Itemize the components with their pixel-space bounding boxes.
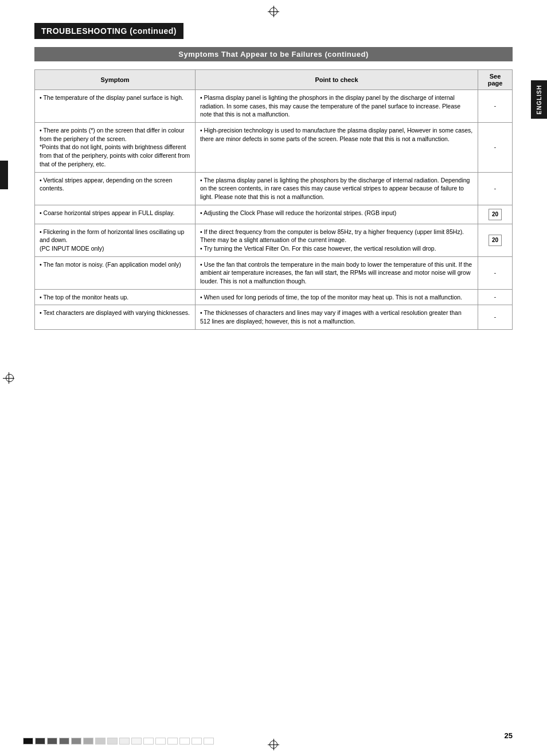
bottom-block-3 bbox=[59, 738, 69, 745]
table-row-see-page-5: - bbox=[478, 256, 513, 289]
bottom-bar bbox=[23, 738, 214, 745]
col-header-symptom: Symptom bbox=[35, 70, 196, 90]
left-tab bbox=[0, 161, 8, 189]
table-row-symptom-4: • Flickering in the form of horizontal l… bbox=[35, 224, 196, 256]
table-row-point-4: • If the direct frequency from the compu… bbox=[196, 224, 478, 256]
bottom-block-15 bbox=[204, 738, 214, 745]
table-row-point-6: • When used for long periods of time, th… bbox=[196, 289, 478, 305]
table-row-point-3: • Adjusting the Clock Phase will reduce … bbox=[196, 205, 478, 224]
bottom-block-8 bbox=[119, 738, 130, 745]
bottom-block-0 bbox=[23, 738, 33, 745]
table-row-see-page-2: - bbox=[478, 172, 513, 205]
table-row-symptom-2: • Vertical stripes appear, depending on … bbox=[35, 172, 196, 205]
bottom-block-4 bbox=[71, 738, 81, 745]
table-row-point-2: • The plasma display panel is lighting t… bbox=[196, 172, 478, 205]
section-title: Symptoms That Appear to be Failures (con… bbox=[34, 47, 513, 61]
reg-mark-top bbox=[268, 6, 279, 17]
english-label: ENGLISH bbox=[536, 85, 542, 114]
bottom-block-10 bbox=[143, 738, 154, 745]
bottom-block-12 bbox=[167, 738, 178, 745]
reg-circle-top bbox=[269, 7, 278, 15]
table-row-symptom-7: • Text characters are displayed with var… bbox=[35, 305, 196, 329]
bottom-block-9 bbox=[131, 738, 142, 745]
table-row-symptom-5: • The fan motor is noisy. (Fan applicati… bbox=[35, 256, 196, 289]
table-row-point-0: • Plasma display panel is lighting the p… bbox=[196, 90, 478, 123]
table-row-see-page-6: - bbox=[478, 289, 513, 305]
page-container: ENGLISH TROUBLESHOOTING (continued) Symp… bbox=[0, 0, 547, 756]
reg-circle-bottom bbox=[269, 741, 278, 749]
table-row-symptom-1: • There are points (*) on the screen tha… bbox=[35, 123, 196, 172]
table-row-point-7: • The thicknesses of characters and line… bbox=[196, 305, 478, 329]
table-row-point-1: • High-precision technology is used to m… bbox=[196, 123, 478, 172]
table-row-see-page-1: - bbox=[478, 123, 513, 172]
bottom-block-1 bbox=[35, 738, 45, 745]
trouble-table: Symptom Point to check See page • The te… bbox=[34, 69, 513, 330]
table-row-symptom-6: • The top of the monitor heats up. bbox=[35, 289, 196, 305]
bottom-block-6 bbox=[95, 738, 106, 745]
reg-mark-left bbox=[3, 372, 14, 384]
english-sidebar: ENGLISH bbox=[531, 80, 547, 119]
reg-circle-left bbox=[6, 374, 14, 382]
col-header-point: Point to check bbox=[196, 70, 478, 90]
table-row-see-page-0: - bbox=[478, 90, 513, 123]
main-title: TROUBLESHOOTING (continued) bbox=[34, 23, 183, 39]
bottom-block-14 bbox=[192, 738, 202, 745]
col-header-see-page: See page bbox=[478, 70, 513, 90]
bottom-block-11 bbox=[155, 738, 166, 745]
table-row-symptom-0: • The temperature of the display panel s… bbox=[35, 90, 196, 123]
table-row-see-page-3: 20 bbox=[478, 205, 513, 224]
table-row-point-5: • Use the fan that controls the temperat… bbox=[196, 256, 478, 289]
bottom-block-13 bbox=[179, 738, 190, 745]
bottom-block-5 bbox=[83, 738, 93, 745]
table-row-symptom-3: • Coarse horizontal stripes appear in FU… bbox=[35, 205, 196, 224]
table-row-see-page-7: - bbox=[478, 305, 513, 329]
table-row-see-page-4: 20 bbox=[478, 224, 513, 256]
bottom-block-7 bbox=[107, 738, 118, 745]
bottom-block-2 bbox=[47, 738, 57, 745]
page-number: 25 bbox=[505, 731, 513, 740]
reg-mark-bottom bbox=[268, 739, 279, 750]
